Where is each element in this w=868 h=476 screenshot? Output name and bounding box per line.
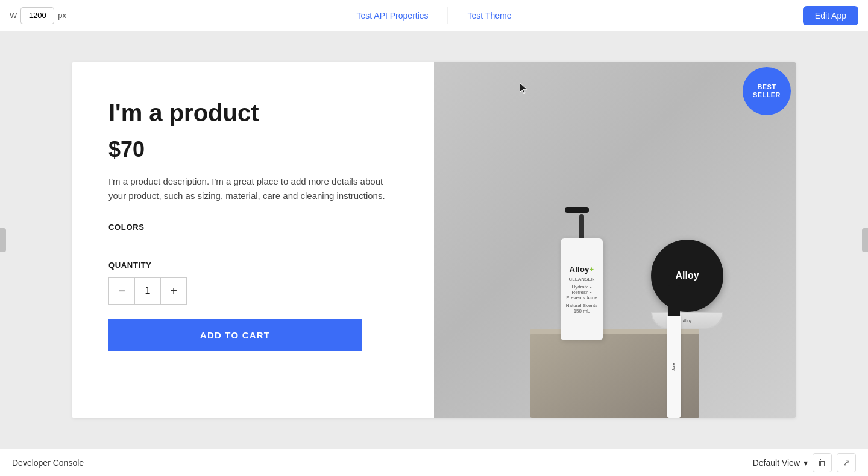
bottle-brand: Alloy+ — [570, 265, 594, 274]
product-image-panel: BEST SELLER Alloy+ — [434, 62, 796, 418]
tab-theme[interactable]: Test Theme — [448, 0, 531, 31]
mascara-cap — [668, 285, 680, 316]
mascara-body: Alloy — [667, 316, 681, 418]
width-w-label: W — [10, 11, 17, 20]
tin-lid: Alloy — [651, 240, 723, 312]
product-image-background: BEST SELLER Alloy+ — [434, 62, 796, 418]
width-input[interactable] — [20, 7, 54, 24]
add-to-cart-button[interactable]: ADD TO CART — [108, 319, 362, 351]
bottle-detail: Hydrate • Refresh • Prevents Acne — [565, 284, 598, 300]
drag-handle-right[interactable] — [862, 228, 868, 252]
top-bar-left: W px — [10, 7, 66, 24]
quantity-decrease-button[interactable]: − — [109, 278, 134, 304]
mascara-tube: Alloy — [667, 285, 681, 418]
best-seller-badge: BEST SELLER — [743, 67, 791, 115]
edit-app-button[interactable]: Edit App — [803, 6, 858, 25]
delete-icon-button[interactable]: 🗑 — [813, 453, 832, 472]
quantity-control: − 1 + — [108, 277, 187, 305]
expand-icon-button[interactable]: ⤢ — [837, 453, 856, 472]
top-bar-center: Test API Properties Test Theme — [338, 0, 531, 31]
top-bar: W px Test API Properties Test Theme Edit… — [0, 0, 868, 31]
product-title: I'm a product — [108, 98, 398, 127]
quantity-label: QUANTITY — [108, 261, 398, 270]
tin-side: Alloy — [651, 312, 723, 329]
cleanser-bottle: Alloy+ CLEANSER Hydrate • Refresh • Prev… — [561, 207, 603, 340]
quantity-value: 1 — [134, 278, 161, 304]
product-description: I'm a product description. I'm a great p… — [108, 174, 398, 203]
default-view-label: Default View — [753, 458, 800, 468]
bottom-bar-right: Default View ▾ 🗑 ⤢ — [753, 453, 856, 472]
trash-icon: 🗑 — [817, 457, 827, 468]
product-info-panel: I'm a product $70 I'm a product descript… — [72, 62, 434, 418]
badge-text: BEST SELLER — [753, 83, 781, 99]
px-label: px — [58, 11, 66, 20]
developer-console-label[interactable]: Developer Console — [12, 458, 84, 468]
default-view-selector[interactable]: Default View ▾ — [753, 458, 808, 468]
mascara-label: Alloy — [672, 363, 676, 370]
chevron-down-icon: ▾ — [804, 458, 808, 468]
pump-tube — [579, 214, 584, 238]
product-price: $70 — [108, 137, 398, 162]
product-card: I'm a product $70 I'm a product descript… — [72, 62, 796, 418]
tin-brand-label: Alloy — [675, 270, 699, 281]
drag-handle-left[interactable] — [0, 228, 6, 252]
product-bottles-scene: Alloy+ CLEANSER Hydrate • Refresh • Prev… — [494, 116, 735, 418]
main-area: I'm a product $70 I'm a product descript… — [0, 31, 868, 449]
colors-label: COLORS — [108, 223, 398, 232]
bottle-body: Alloy+ CLEANSER Hydrate • Refresh • Prev… — [561, 238, 603, 340]
width-control: W px — [10, 7, 66, 24]
expand-icon: ⤢ — [843, 458, 850, 468]
quantity-increase-button[interactable]: + — [161, 278, 186, 304]
bottom-bar: Developer Console Default View ▾ 🗑 ⤢ — [0, 449, 868, 476]
bottle-type: CLEANSER — [568, 276, 594, 282]
tab-api-properties[interactable]: Test API Properties — [338, 0, 448, 31]
alloy-tin: Alloy Alloy — [651, 240, 723, 329]
bottle-volume: Natural Scents 150 mL — [565, 303, 598, 314]
pump-head — [565, 207, 589, 213]
